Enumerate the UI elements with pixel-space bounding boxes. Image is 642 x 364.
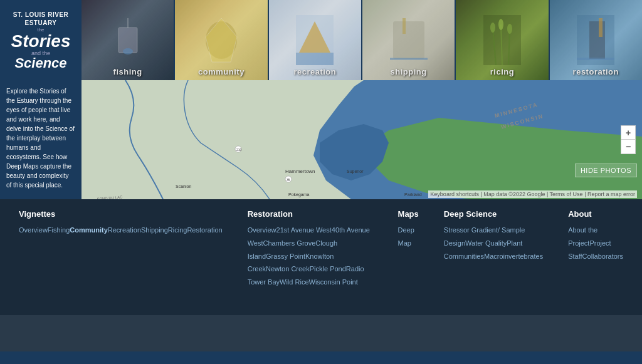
nav-title-restoration: Restoration — [248, 209, 373, 219]
nav-link[interactable]: Water Quality — [465, 239, 507, 247]
maps-links: Deep Map — [398, 224, 419, 250]
svg-rect-1 — [118, 28, 137, 53]
svg-text:35: 35 — [287, 178, 290, 182]
svg-text:Hammertown: Hammertown — [285, 169, 315, 174]
svg-rect-9 — [393, 21, 424, 59]
svg-point-16 — [490, 23, 495, 33]
svg-marker-5 — [206, 18, 237, 62]
nav-title-about: About — [568, 209, 623, 219]
zoom-out-button[interactable]: − — [621, 140, 635, 153]
svg-rect-8 — [296, 53, 334, 65]
svg-rect-19 — [577, 15, 614, 65]
svg-rect-6 — [296, 15, 334, 53]
bottom-bar — [0, 315, 642, 351]
photo-strip: fishing community recreation shipping ri… — [82, 0, 642, 80]
svg-point-18 — [507, 24, 512, 34]
svg-rect-20 — [589, 21, 605, 59]
map-area: Hammertown Superior Pokegama Parkland Ca… — [0, 80, 642, 199]
sidebar-overlay: Explore the Stories of the Estuary throu… — [0, 80, 82, 199]
nav-title-deep-science: Deep Science — [444, 209, 543, 219]
svg-text:Superior: Superior — [347, 169, 364, 174]
svg-text:Parkland: Parkland — [404, 192, 422, 197]
svg-text:Scanlon: Scanlon — [176, 184, 191, 189]
svg-line-13 — [493, 28, 496, 65]
photo-card-community[interactable]: community — [175, 0, 267, 80]
photo-label-community: community — [175, 67, 267, 76]
svg-text:Pokegama: Pokegama — [288, 192, 310, 197]
zoom-in-button[interactable]: + — [621, 126, 635, 140]
sidebar-text: Explore the Stories of the Estuary throu… — [6, 86, 75, 190]
svg-line-14 — [501, 24, 502, 65]
photo-card-restoration[interactable]: restoration — [550, 0, 642, 80]
photo-label-recreation: recreation — [269, 67, 361, 76]
photo-card-fishing[interactable]: fishing — [82, 0, 174, 80]
svg-point-3 — [123, 48, 133, 55]
restoration-links: Overview21st Avenue West40th Avenue West… — [248, 224, 373, 289]
photo-label-restoration: restoration — [550, 67, 642, 76]
svg-rect-21 — [599, 18, 603, 37]
photo-card-recreation[interactable]: recreation — [269, 0, 361, 80]
nav-link[interactable]: Collaborators — [582, 252, 623, 260]
svg-point-17 — [498, 19, 503, 30]
svg-line-15 — [508, 29, 510, 65]
vignettes-links: OverviewFishingCommunityRecreationShippi… — [19, 224, 223, 237]
nav-link[interactable]: Shipping — [141, 226, 168, 234]
svg-point-4 — [206, 21, 237, 59]
nav-col-vignettes: Vignettes OverviewFishingCommunityRecrea… — [19, 209, 223, 305]
nav-link[interactable]: Ricing — [168, 226, 187, 234]
svg-marker-7 — [299, 21, 330, 53]
nav-link[interactable]: Community — [70, 226, 108, 234]
nav-link[interactable]: Overview — [19, 226, 48, 234]
nav-link[interactable]: Grassy Point — [266, 252, 305, 260]
nav-title-maps: Maps — [398, 209, 419, 219]
svg-text:210: 210 — [236, 148, 242, 152]
nav-link[interactable]: Restoration — [187, 226, 222, 234]
footer-nav: Vignettes OverviewFishingCommunityRecrea… — [0, 199, 642, 315]
nav-link[interactable]: Newton Creek — [266, 265, 310, 273]
nav-link[interactable]: Recreation — [108, 226, 141, 234]
map-attribution: Keyboard shortcuts | Map data ©2022 Goog… — [428, 190, 637, 198]
photo-label-ricing: ricing — [456, 67, 548, 76]
photo-label-shipping: shipping — [362, 67, 455, 76]
svg-rect-12 — [483, 15, 521, 65]
nav-link[interactable]: Deep Map — [398, 226, 414, 247]
nav-link[interactable]: Wisconsin Point — [309, 278, 358, 286]
nav-col-maps: Maps Deep Map — [398, 209, 419, 305]
nav-col-restoration: Restoration Overview21st Avenue West40th… — [248, 209, 373, 305]
nav-link[interactable]: Pickle Pond — [310, 265, 346, 273]
photo-label-fishing: fishing — [82, 67, 174, 76]
header: ST. LOUIS RIVER ESTUARY the Stories and … — [0, 0, 642, 80]
nav-link[interactable]: Wild Rice — [280, 278, 308, 286]
logo-title: ST. LOUIS RIVER ESTUARY — [13, 11, 69, 27]
photo-card-shipping[interactable]: shipping — [362, 0, 455, 80]
svg-rect-10 — [403, 18, 406, 34]
photo-card-ricing[interactable]: ricing — [456, 0, 548, 80]
deepscience-links: Stressor Gradient/ Sample DesignWater Qu… — [444, 224, 543, 263]
about-links: About the ProjectProject StaffCollaborat… — [568, 224, 623, 263]
logo-stories: Stories — [11, 33, 71, 50]
svg-rect-0 — [109, 15, 147, 65]
nav-col-about: About About the ProjectProject StaffColl… — [568, 209, 623, 305]
map-svg: Hammertown Superior Pokegama Parkland Ca… — [0, 80, 642, 199]
logo-science: Science — [14, 56, 66, 70]
nav-link[interactable]: Macroinvertebrates — [484, 252, 543, 260]
zoom-controls: + − — [621, 125, 636, 154]
nav-title-vignettes: Vignettes — [19, 209, 223, 219]
nav-link[interactable]: 21st Avenue West — [276, 226, 332, 234]
hide-photos-button[interactable]: HIDE PHOTOS — [575, 164, 637, 177]
nav-col-deep-science: Deep Science Stressor Gradient/ Sample D… — [444, 209, 543, 305]
nav-link[interactable]: Fishing — [48, 226, 70, 234]
nav-link[interactable]: Overview — [248, 226, 276, 234]
logo-area: ST. LOUIS RIVER ESTUARY the Stories and … — [0, 0, 82, 80]
nav-link[interactable]: Chambers Grove — [263, 239, 316, 247]
